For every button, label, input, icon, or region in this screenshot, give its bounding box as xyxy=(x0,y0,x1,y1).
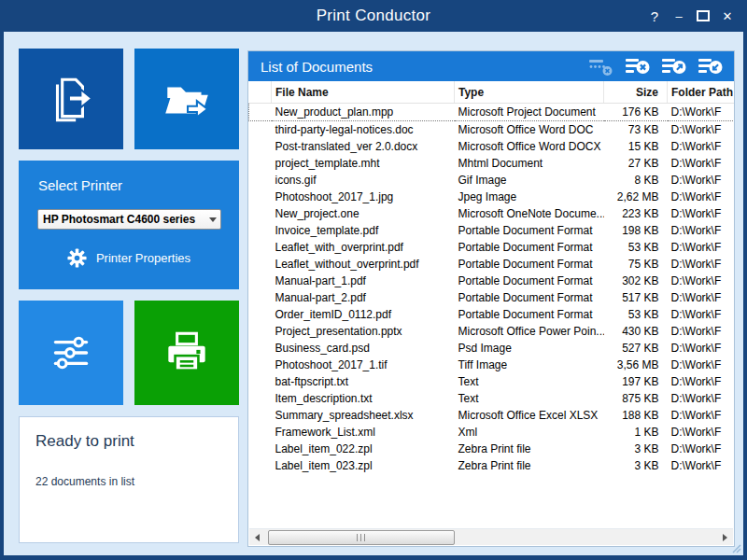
printer-properties-button[interactable]: Printer Properties xyxy=(19,245,239,271)
icon-cell xyxy=(249,373,272,390)
table-row[interactable]: Label_item_022.zplZebra Print file3 KBD:… xyxy=(249,441,735,457)
file-name-cell: Manual-part_2.pdf xyxy=(272,289,455,306)
maximize-icon xyxy=(697,10,710,21)
size-cell: 27 KB xyxy=(604,155,668,172)
document-table-body: New_product_plan.mppMicrosoft Project Do… xyxy=(249,104,735,475)
table-row[interactable]: New_product_plan.mppMicrosoft Project Do… xyxy=(249,104,735,121)
folder-path-column-header[interactable]: Folder Path xyxy=(668,81,735,104)
scrollbar-thumb[interactable] xyxy=(268,530,455,545)
table-row[interactable]: Item_description.txtText875 KBD:\Work\F xyxy=(249,390,735,407)
file-name-cell: Post-translated_ver 2.0.docx xyxy=(272,138,455,155)
file-name-column-header[interactable]: File Name xyxy=(272,81,455,104)
size-cell: 3 KB xyxy=(604,441,668,457)
file-name-cell: New_product_plan.mpp xyxy=(272,104,455,121)
table-row[interactable]: Summary_spreadsheet.xlsxMicrosoft Office… xyxy=(249,407,735,424)
folder-path-cell: D:\Work\F xyxy=(668,373,735,390)
icon-cell xyxy=(249,205,272,222)
list-toolbar xyxy=(589,56,734,77)
icon-cell xyxy=(249,138,272,155)
size-cell: 8 KB xyxy=(604,172,668,189)
table-row[interactable]: Business_card.psdPsd Image527 KBD:\Work\… xyxy=(249,340,735,357)
size-column-header[interactable]: Size xyxy=(604,81,668,104)
table-row[interactable]: Project_presentation.pptxMicrosoft Offic… xyxy=(249,323,735,340)
title-bar: Print Conductor ? – ✕ xyxy=(0,0,747,32)
icon-cell xyxy=(249,457,272,474)
type-cell: Xml xyxy=(455,424,604,441)
icon-cell xyxy=(249,222,272,239)
table-row[interactable]: Manual-part_1.pdfPortable Document Forma… xyxy=(249,273,735,289)
size-cell: 15 KB xyxy=(604,138,668,155)
minimize-button[interactable]: – xyxy=(667,4,691,28)
maximize-button[interactable] xyxy=(691,4,715,28)
file-name-cell: bat-ftpscript.txt xyxy=(272,373,455,390)
scroll-left-button[interactable] xyxy=(249,529,265,545)
file-name-cell: project_template.mht xyxy=(272,155,455,172)
table-row[interactable]: bat-ftpscript.txtText197 KBD:\Work\F xyxy=(249,373,735,390)
printer-select-value: HP Photosmart C4600 series xyxy=(38,213,204,226)
type-cell: Jpeg Image xyxy=(455,189,604,205)
size-cell: 875 KB xyxy=(604,390,668,407)
remove-item-icon[interactable] xyxy=(589,56,613,77)
type-cell: Portable Document Format xyxy=(455,289,604,306)
type-cell: Psd Image xyxy=(455,340,604,357)
table-row[interactable]: Manual-part_2.pdfPortable Document Forma… xyxy=(249,289,735,306)
folder-path-cell: D:\Work\F xyxy=(668,390,735,407)
help-button[interactable]: ? xyxy=(642,4,667,28)
file-name-cell: Label_item_023.zpl xyxy=(272,457,455,474)
size-cell: 223 KB xyxy=(604,205,668,222)
folder-path-cell: D:\Work\F xyxy=(668,256,735,273)
icon-cell xyxy=(249,340,272,357)
import-list-icon[interactable] xyxy=(698,56,723,77)
close-button[interactable]: ✕ xyxy=(715,4,740,28)
table-row[interactable]: Order_itemID_0112.pdfPortable Document F… xyxy=(249,306,735,323)
table-row[interactable]: Label_item_023.zplZebra Print file3 KBD:… xyxy=(249,457,735,474)
icon-cell xyxy=(249,357,272,373)
table-row[interactable]: Leaflet_without_overprint.pdfPortable Do… xyxy=(249,256,735,273)
horizontal-scrollbar[interactable] xyxy=(249,528,733,545)
icon-cell xyxy=(249,256,272,273)
table-row[interactable]: Photoshoot_2017_1.jpgJpeg Image2,62 MBD:… xyxy=(249,189,735,205)
size-cell: 1 KB xyxy=(604,424,668,441)
add-documents-button[interactable] xyxy=(19,49,123,149)
table-row[interactable]: Photoshoot_2017_1.tifTiff Image3,56 MBD:… xyxy=(249,357,735,373)
table-row[interactable]: New_project.oneMicrosoft OneNote Docume.… xyxy=(249,205,735,222)
size-cell: 53 KB xyxy=(604,239,668,256)
size-cell: 188 KB xyxy=(604,407,668,424)
size-cell: 75 KB xyxy=(604,256,668,273)
status-title: Ready to print xyxy=(35,432,134,451)
file-name-cell: Photoshoot_2017_1.tif xyxy=(272,357,455,373)
settings-button[interactable] xyxy=(19,301,123,405)
table-row[interactable]: project_template.mhtMhtml Document27 KBD… xyxy=(249,155,735,172)
folder-path-cell: D:\Work\F xyxy=(668,189,735,205)
table-row[interactable]: Framework_List.xmlXml1 KBD:\Work\F xyxy=(249,424,735,441)
type-cell: Portable Document Format xyxy=(455,306,604,323)
printer-select[interactable]: HP Photosmart C4600 series xyxy=(37,209,221,230)
add-folder-button[interactable] xyxy=(134,49,239,149)
table-row[interactable]: third-party-legal-notices.docMicrosoft O… xyxy=(249,121,735,139)
icon-cell xyxy=(249,104,272,121)
print-button[interactable] xyxy=(134,301,239,405)
type-cell: Portable Document Format xyxy=(455,256,604,273)
type-column-header[interactable]: Type xyxy=(455,81,604,104)
clear-list-icon[interactable] xyxy=(626,56,650,77)
table-row[interactable]: Post-translated_ver 2.0.docxMicrosoft Of… xyxy=(249,138,735,155)
file-name-cell: New_project.one xyxy=(272,205,455,222)
export-list-icon[interactable] xyxy=(662,56,686,77)
type-cell: Text xyxy=(455,373,604,390)
table-row[interactable]: icons.gifGif Image8 KBD:\Work\F xyxy=(249,172,735,189)
size-cell: 517 KB xyxy=(604,289,668,306)
folder-path-cell: D:\Work\F xyxy=(668,357,735,373)
folder-path-cell: D:\Work\F xyxy=(668,121,735,139)
type-cell: Zebra Print file xyxy=(455,441,604,457)
type-cell: Gif Image xyxy=(455,172,604,189)
icon-cell xyxy=(249,441,272,457)
type-cell: Microsoft Office Power Poin... xyxy=(455,323,604,340)
icon-column-header[interactable] xyxy=(249,81,272,104)
table-row[interactable]: Invoice_template.pdfPortable Document Fo… xyxy=(249,222,735,239)
icon-cell xyxy=(249,306,272,323)
file-name-cell: third-party-legal-notices.doc xyxy=(272,121,455,139)
size-cell: 198 KB xyxy=(604,222,668,239)
table-row[interactable]: Leaflet_with_overprint.pdfPortable Docum… xyxy=(249,239,735,256)
resize-grip-icon[interactable] xyxy=(730,542,741,553)
type-cell: Mhtml Document xyxy=(455,155,604,172)
